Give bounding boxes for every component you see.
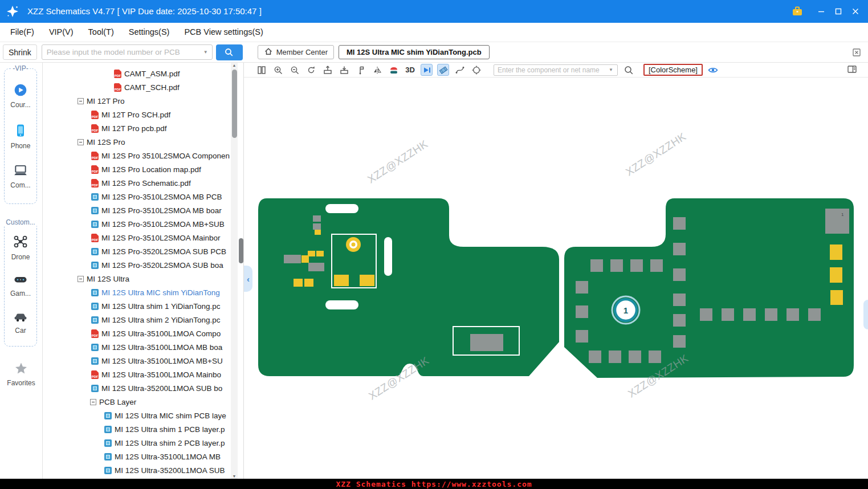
tree-item-row[interactable]: MI 12S Ultra-35100L1MOA MB+SU xyxy=(43,354,230,368)
file-tree: CAMT_ASM.pdfCAMT_SCH.pdfMI 12T ProMI 12T… xyxy=(43,67,230,479)
tree-item-row[interactable]: MI 12S Ultra-35100L1MOA MB boa xyxy=(43,340,230,354)
collapse-icon[interactable] xyxy=(78,139,84,145)
tree-item-row[interactable]: MI 12S Ultra shim 1 PCB layer.p xyxy=(43,422,230,436)
tree-item-row[interactable]: MI 12S Ultra-35100L1MOA Compo xyxy=(43,327,230,340)
model-search-button[interactable] xyxy=(216,44,243,60)
tree-scrollbar[interactable] xyxy=(231,63,238,479)
tree-item-row[interactable]: CAMT_ASM.pdf xyxy=(43,67,230,80)
zoom-out-icon[interactable] xyxy=(288,64,300,76)
export-bottom-icon[interactable] xyxy=(338,64,350,76)
tree-item-row[interactable]: MI 12S Pro-3520L2SMOA SUB boa xyxy=(43,258,230,272)
tree-item-row[interactable]: MI 12T Pro pcb.pdf xyxy=(43,121,230,135)
menu-file[interactable]: File(F) xyxy=(3,23,42,42)
tree-group-row[interactable]: MI 12S Ultra xyxy=(43,272,230,286)
pages-icon[interactable] xyxy=(255,64,267,76)
export-top-icon[interactable] xyxy=(321,64,333,76)
sidebar-item-drone[interactable]: Drone xyxy=(11,234,30,261)
sidebar-item-phone[interactable]: Phone xyxy=(11,123,31,150)
pcb-file-icon xyxy=(91,193,99,201)
collapse-icon[interactable] xyxy=(90,399,96,405)
model-search-box[interactable]: ▼ xyxy=(42,44,213,60)
component-search-input[interactable] xyxy=(494,66,609,74)
active-file-tab[interactable]: MI 12S Ultra MIC shim YiDianTong.pcb xyxy=(339,45,490,59)
maximize-button[interactable] xyxy=(830,0,847,23)
toolbox-icon[interactable] xyxy=(789,0,806,23)
refresh-icon[interactable] xyxy=(305,64,317,76)
sidebar-item-car[interactable]: Car xyxy=(13,309,28,335)
tree-item-row[interactable]: MI 12S Ultra MIC shim PCB laye xyxy=(43,409,230,422)
viewer-toolbar: 3D ▼ [ColorScheme] xyxy=(244,63,868,78)
pcb-file-icon xyxy=(104,453,112,461)
3d-view-button[interactable]: 3D xyxy=(404,64,416,76)
pan-icon[interactable] xyxy=(470,64,482,76)
tree-item-row[interactable]: MI 12S Pro-3510L2SMOA MB PCB xyxy=(43,190,230,203)
step-next-icon[interactable] xyxy=(421,64,433,76)
search-icon[interactable] xyxy=(622,64,634,76)
tree-item-row[interactable]: MI 12S Ultra-35100L1MOA MB xyxy=(43,450,230,463)
tree-item-row[interactable]: MI 12S Ultra shim 1 YiDianTong.pc xyxy=(43,299,230,313)
tree-item-row[interactable]: MI 12S Pro-3520L2SMOA SUB PCB xyxy=(43,244,230,258)
sidebar-item-computer[interactable]: Com... xyxy=(10,164,30,189)
close-tab-icon[interactable] xyxy=(852,48,861,59)
tree-item-label: MI 12S Ultra shim 1 PCB layer.p xyxy=(115,425,225,434)
tree-group-row[interactable]: MI 12T Pro xyxy=(43,94,230,108)
board-diagonal-icon[interactable] xyxy=(437,64,449,76)
tree-item-row[interactable]: MI 12S Ultra shim 2 PCB layer.p xyxy=(43,436,230,450)
tree-group-row[interactable]: PCB Layer xyxy=(43,395,230,409)
svg-text:1: 1 xyxy=(841,212,844,217)
component-search-box[interactable]: ▼ xyxy=(494,64,618,76)
sidebar-item-favorites[interactable]: Favorites xyxy=(0,361,42,387)
tree-item-label: MI 12S Pro Location map.pdf xyxy=(101,165,201,174)
tree-item-row[interactable]: MI 12S Pro 3510L2SMOA Component xyxy=(43,149,230,162)
right-panel-handle[interactable] xyxy=(863,300,868,329)
right-board: 11 xyxy=(564,198,854,378)
car-icon xyxy=(13,309,28,325)
probe-icon[interactable] xyxy=(354,64,366,76)
custom-label: Custom... xyxy=(4,218,36,226)
measure-curve-icon[interactable] xyxy=(454,64,466,76)
tree-item-row[interactable]: MI 12S Pro Location map.pdf xyxy=(43,162,230,176)
menu-vip[interactable]: VIP(V) xyxy=(42,23,81,42)
tree-item-row[interactable]: MI 12S Pro-3510L2SMOA MB boar xyxy=(43,203,230,217)
menu-tool[interactable]: Tool(T) xyxy=(81,23,121,42)
tree-item-label: MI 12S Ultra-35200L1MOA SUB xyxy=(115,466,225,475)
tree-item-row[interactable]: MI 12S Pro Schematic.pdf xyxy=(43,176,230,190)
tree-item-label: MI 12S Ultra-35100L1MOA Compo xyxy=(101,329,221,338)
collapse-icon[interactable] xyxy=(78,276,84,282)
tree-scrollbar-thumb[interactable] xyxy=(232,70,237,138)
tree-item-row[interactable]: MI 12S Ultra-35200L1MOA SUB bo xyxy=(43,381,230,395)
eye-icon[interactable] xyxy=(707,64,719,76)
panel-scrollbar-thumb[interactable] xyxy=(239,238,243,263)
tree-item-label: MI 12S Pro-3510L2SMOA Mainbor xyxy=(101,234,221,242)
tree-item-row[interactable]: MI 12S Pro-3510L2SMOA MB+SUB xyxy=(43,217,230,231)
flip-horizontal-icon[interactable] xyxy=(371,64,383,76)
colorscheme-button[interactable]: [ColorScheme] xyxy=(643,64,703,76)
sidebar-item-course[interactable]: Cour... xyxy=(10,83,30,109)
tree-item-row[interactable]: MI 12S Ultra shim 2 YiDianTong.pc xyxy=(43,313,230,327)
chevron-down-icon[interactable]: ▼ xyxy=(609,67,613,72)
flip-top-bottom-icon[interactable] xyxy=(388,64,400,76)
tree-item-row[interactable]: MI 12S Pro-3510L2SMOA Mainbor xyxy=(43,231,230,244)
tree-item-row[interactable]: MI 12S Ultra MIC shim YiDianTong xyxy=(43,286,230,299)
collapse-panel-handle[interactable]: ‹ xyxy=(244,266,252,292)
tree-item-label: MI 12S Pro-3510L2SMOA MB PCB xyxy=(101,193,222,201)
collapse-icon[interactable] xyxy=(78,98,84,104)
minimize-button[interactable] xyxy=(813,0,830,23)
close-button[interactable] xyxy=(847,0,864,23)
menu-pcb-view-settings[interactable]: PCB View settings(S) xyxy=(177,23,270,42)
layers-panel-icon[interactable] xyxy=(846,64,858,77)
member-center-button[interactable]: Member Center xyxy=(258,45,334,59)
sidebar-item-gamepad[interactable]: Gam... xyxy=(10,273,31,298)
tree-item-row[interactable]: MI 12T Pro SCH.pdf xyxy=(43,108,230,121)
chevron-down-icon[interactable]: ▼ xyxy=(203,50,208,55)
pcb-canvas[interactable]: 11 ‹ XZZ@XZZHKXZZ@XZZHKXZZ@XZZHKXZZ@XZZH… xyxy=(244,78,868,479)
zoom-in-icon[interactable] xyxy=(272,64,284,76)
menu-settings[interactable]: Settings(S) xyxy=(121,23,177,42)
model-search-input[interactable] xyxy=(42,48,203,56)
tree-group-row[interactable]: MI 12S Pro xyxy=(43,135,230,149)
pdf-file-icon xyxy=(91,124,99,133)
shrink-button[interactable]: Shrink xyxy=(3,44,37,60)
tree-item-row[interactable]: MI 12S Ultra-35100L1MOA Mainbo xyxy=(43,368,230,381)
tree-item-row[interactable]: MI 12S Ultra-35200L1MOA SUB xyxy=(43,463,230,477)
tree-item-row[interactable]: CAMT_SCH.pdf xyxy=(43,80,230,94)
